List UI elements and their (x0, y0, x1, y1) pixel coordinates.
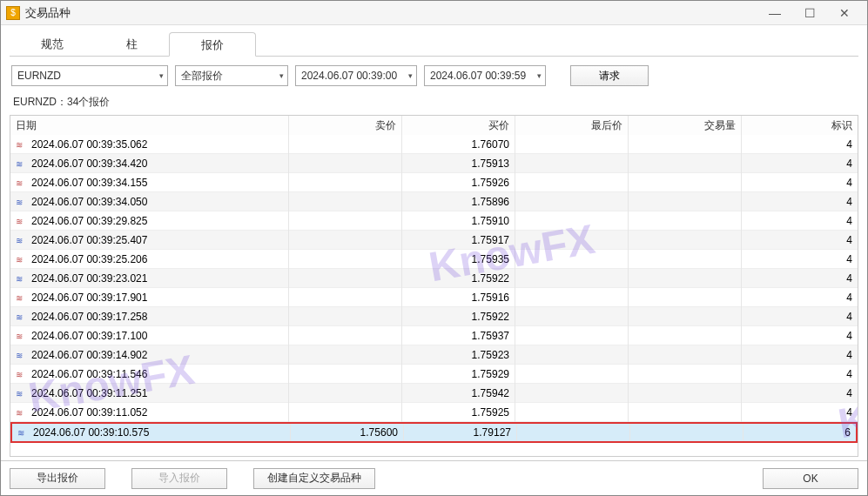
cell-ask (289, 326, 402, 345)
cell-date: ≋2024.06.07 00:39:17.258 (10, 307, 289, 326)
tab-spec[interactable]: 规范 (10, 32, 95, 57)
close-button[interactable]: ✕ (827, 2, 862, 24)
maximize-button[interactable]: ☐ (792, 2, 827, 24)
table-row[interactable]: ≋2024.06.07 00:39:17.2581.759224 (10, 307, 858, 326)
cell-ask (289, 269, 402, 288)
wave-icon: ≋ (16, 155, 28, 173)
cell-date: ≋2024.06.07 00:39:35.062 (10, 135, 289, 154)
import-button[interactable]: 导入报价 (131, 468, 227, 489)
chevron-down-icon: ▾ (532, 71, 542, 80)
tab-bar[interactable]: 柱 (95, 32, 169, 57)
ok-button[interactable]: OK (763, 468, 858, 489)
cell-vol (629, 269, 742, 288)
cell-flag: 4 (742, 288, 858, 307)
cell-last (515, 384, 629, 403)
cell-last (515, 192, 629, 211)
table-row[interactable]: ≋2024.06.07 00:39:25.4071.759174 (10, 231, 858, 250)
table-row[interactable]: ≋2024.06.07 00:39:14.9021.759234 (10, 345, 858, 365)
col-bid[interactable]: 买价 (402, 116, 515, 135)
col-last[interactable]: 最后价 (515, 116, 629, 135)
cell-last (515, 154, 629, 173)
cell-last (515, 250, 629, 269)
cell-bid: 1.75929 (402, 365, 515, 384)
create-custom-button[interactable]: 创建自定义交易品种 (253, 468, 375, 489)
cell-flag: 4 (742, 403, 858, 422)
symbol-select[interactable]: EURNZD ▾ (11, 65, 168, 86)
export-button[interactable]: 导出报价 (10, 468, 105, 489)
cell-flag: 4 (742, 365, 858, 384)
window-title: 交易品种 (25, 5, 757, 21)
cell-vol (629, 250, 742, 269)
cell-date: ≋2024.06.07 00:39:25.407 (10, 231, 289, 250)
table-body[interactable]: ≋2024.06.07 00:39:35.0621.760704≋2024.06… (10, 135, 858, 456)
col-date[interactable]: 日期 (10, 116, 289, 135)
cell-date: ≋2024.06.07 00:39:11.052 (10, 403, 289, 422)
wave-icon: ≋ (16, 308, 28, 326)
col-ask[interactable]: 卖价 (289, 116, 402, 135)
col-vol[interactable]: 交易量 (629, 116, 742, 135)
filter-row: EURNZD ▾ 全部报价 ▾ 2024.06.07 00:39:00 ▾ 20… (10, 57, 858, 93)
table-row[interactable]: ≋2024.06.07 00:39:11.0521.759254 (10, 403, 858, 422)
datetime-to-value: 2024.06.07 00:39:59 (430, 70, 526, 82)
cell-ask (289, 211, 402, 231)
cell-ask (289, 365, 402, 384)
table-row[interactable]: ≋2024.06.07 00:39:23.0211.759224 (10, 269, 858, 288)
cell-bid: 1.75913 (402, 154, 515, 173)
footer: 导出报价 导入报价 创建自定义交易品种 OK (1, 460, 867, 495)
table-row[interactable]: ≋2024.06.07 00:39:17.1001.759374 (10, 326, 858, 345)
cell-last (515, 345, 629, 365)
cell-bid: 1.75937 (402, 326, 515, 345)
cell-ask (289, 173, 402, 192)
table-row[interactable]: ≋2024.06.07 00:39:29.8251.759104 (10, 211, 858, 231)
table-row[interactable]: ≋2024.06.07 00:39:34.1551.759264 (10, 173, 858, 192)
table-row[interactable]: ≋2024.06.07 00:39:17.9011.759164 (10, 288, 858, 307)
wave-icon: ≋ (16, 193, 28, 211)
quote-type-select[interactable]: 全部报价 ▾ (175, 65, 288, 86)
chevron-down-icon: ▾ (154, 71, 164, 80)
cell-bid: 1.75935 (402, 250, 515, 269)
table-row[interactable]: ≋2024.06.07 00:39:25.2061.759354 (10, 250, 858, 269)
tab-quote[interactable]: 报价 (169, 32, 256, 57)
table-row[interactable]: ≋2024.06.07 00:39:11.2511.759424 (10, 384, 858, 403)
cell-flag: 4 (742, 326, 858, 345)
cell-flag: 4 (742, 211, 858, 231)
cell-flag: 4 (742, 192, 858, 211)
minimize-button[interactable]: — (757, 2, 792, 24)
cell-bid: 1.75926 (402, 173, 515, 192)
wave-icon: ≋ (16, 231, 28, 250)
cell-bid: 1.75923 (402, 345, 515, 365)
cell-ask (289, 231, 402, 250)
table-row[interactable]: ≋2024.06.07 00:39:34.4201.759134 (10, 154, 858, 173)
cell-vol (629, 307, 742, 326)
cell-vol (629, 288, 742, 307)
cell-last (517, 424, 630, 441)
cell-vol (629, 173, 742, 192)
cell-ask (289, 250, 402, 269)
cell-date: ≋2024.06.07 00:39:17.901 (10, 288, 289, 307)
cell-flag: 4 (742, 173, 858, 192)
cell-last (515, 326, 629, 345)
cell-date: ≋2024.06.07 00:39:34.050 (10, 192, 289, 211)
cell-bid: 1.75942 (402, 384, 515, 403)
table-row[interactable]: ≋2024.06.07 00:39:34.0501.758964 (10, 192, 858, 211)
tabs: 规范 柱 报价 (10, 32, 858, 57)
datetime-from-input[interactable]: 2024.06.07 00:39:00 ▾ (295, 65, 417, 86)
cell-last (515, 231, 629, 250)
cell-bid: 1.76070 (402, 135, 515, 154)
cell-bid: 1.79127 (404, 424, 517, 441)
request-button[interactable]: 请求 (570, 65, 649, 86)
chevron-down-icon: ▾ (403, 71, 413, 80)
cell-vol (629, 345, 742, 365)
col-flag[interactable]: 标识 (742, 116, 858, 135)
wave-icon: ≋ (16, 346, 28, 365)
cell-bid: 1.75896 (402, 192, 515, 211)
table-row[interactable]: ≋2024.06.07 00:39:10.5751.756001.791276 (10, 422, 858, 443)
wave-icon: ≋ (16, 136, 28, 154)
cell-flag: 4 (742, 154, 858, 173)
table-row[interactable]: ≋2024.06.07 00:39:11.5461.759294 (10, 365, 858, 384)
datetime-to-input[interactable]: 2024.06.07 00:39:59 ▾ (424, 65, 546, 86)
cell-flag: 4 (742, 307, 858, 326)
cell-flag: 4 (742, 250, 858, 269)
table-row[interactable]: ≋2024.06.07 00:39:35.0621.760704 (10, 135, 858, 154)
cell-bid: 1.75922 (402, 307, 515, 326)
